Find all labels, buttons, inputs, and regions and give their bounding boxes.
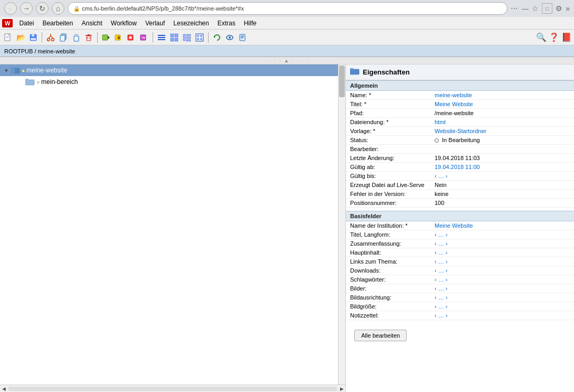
- release-btn[interactable]: [113, 32, 125, 43]
- svg-rect-59: [350, 68, 353, 70]
- scroll-right-btn[interactable]: ▶: [338, 385, 345, 393]
- alle-bearbeiten-button[interactable]: Alle bearbeiten: [354, 330, 407, 341]
- h-scroll-track: [8, 387, 337, 391]
- tree-inner: ▼ ● meine-website ○ mein-bereich: [0, 64, 338, 385]
- new-btn[interactable]: [2, 32, 14, 43]
- workflow2-btn[interactable]: W: [138, 32, 150, 43]
- delete-btn[interactable]: [83, 32, 95, 43]
- prop-row-fehler: Fehler in der Version: keine: [346, 190, 574, 199]
- svg-rect-55: [11, 67, 14, 69]
- prop-row-notizzettel: Notizzettel: ‹ … ›: [346, 311, 574, 320]
- tree-vertical-scrollbar[interactable]: [338, 64, 345, 385]
- svg-point-7: [48, 38, 50, 41]
- refresh-btn[interactable]: [211, 32, 223, 43]
- menu-workflow[interactable]: Workflow: [107, 18, 141, 28]
- cut-btn[interactable]: [45, 32, 57, 43]
- prop-row-hauptinhalt: Hauptinhalt: ‹ … ›: [346, 248, 574, 257]
- reject-btn[interactable]: [126, 32, 137, 43]
- prop-row-zusammenfassung: Zusammenfassung: ‹ … ›: [346, 239, 574, 248]
- home-button[interactable]: ⌂: [52, 2, 64, 15]
- tree-panel: ▼ ● meine-website ○ mein-bereich: [0, 64, 346, 392]
- svg-rect-49: [240, 34, 245, 41]
- prop-row-schlagwoerter: Schlagwörter: ‹ … ›: [346, 275, 574, 284]
- help-icon[interactable]: ❓: [549, 32, 559, 42]
- breadcrumb: ROOTPUB / meine-website: [0, 45, 574, 57]
- svg-rect-38: [186, 34, 191, 36]
- child-status: ○: [36, 79, 40, 85]
- prop-row-pfad: Pfad: /meine-website: [346, 109, 574, 118]
- tree-node-root[interactable]: ▼ ● meine-website: [0, 64, 338, 76]
- prop-row-downloads: Downloads: ‹ … ›: [346, 266, 574, 275]
- svg-rect-13: [60, 35, 65, 41]
- svg-line-9: [49, 36, 51, 38]
- toolbar: 📂 W: [0, 30, 574, 45]
- view-big-btn[interactable]: [194, 32, 205, 43]
- address-bar[interactable]: 🔒 cms.fu-berlin.de/default2/NPS/p/b_288c…: [68, 2, 507, 15]
- menu-lesezeichen[interactable]: Lesezeichen: [169, 18, 213, 28]
- view-list-btn[interactable]: [156, 32, 167, 43]
- svg-rect-56: [25, 80, 34, 85]
- svg-rect-36: [175, 38, 178, 41]
- back-button[interactable]: ←: [4, 2, 17, 15]
- star-icon[interactable]: ☆: [532, 4, 539, 13]
- view-grid-btn[interactable]: [168, 32, 180, 43]
- svg-rect-20: [88, 34, 90, 35]
- bookmarks-icon[interactable]: 📕: [561, 32, 572, 42]
- browser-titlebar: ← → ↻ ⌂ 🔒 cms.fu-berlin.de/default2/NPS/…: [0, 0, 574, 17]
- svg-rect-6: [31, 38, 36, 40]
- svg-rect-32: [158, 39, 165, 40]
- preview-btn[interactable]: [224, 32, 236, 43]
- svg-rect-43: [200, 35, 202, 37]
- svg-rect-40: [186, 40, 191, 41]
- prop-row-status: Status: In Bearbeitung: [346, 136, 574, 145]
- more-icon[interactable]: ⋯: [511, 4, 518, 13]
- svg-rect-3: [6, 38, 9, 38]
- account-icon[interactable]: ⚙: [556, 4, 562, 13]
- svg-rect-31: [158, 37, 165, 38]
- menu-verlauf[interactable]: Verlauf: [141, 18, 169, 28]
- open-folder-btn[interactable]: 📂: [15, 32, 26, 43]
- root-label: meine-website: [26, 67, 67, 74]
- svg-rect-5: [32, 34, 34, 36]
- svg-rect-37: [183, 34, 185, 41]
- url-text: cms.fu-berlin.de/default2/NPS/p/b_288c7/…: [82, 5, 244, 12]
- tab-icon[interactable]: □: [542, 3, 552, 14]
- scroll-left-btn[interactable]: ◀: [0, 385, 7, 393]
- menu-extras[interactable]: Extras: [213, 18, 240, 28]
- extend-icon[interactable]: »: [566, 4, 570, 13]
- menu-bearbeiten[interactable]: Bearbeiten: [38, 18, 77, 28]
- svg-text:W: W: [142, 35, 146, 40]
- svg-rect-15: [75, 34, 78, 36]
- child-label: mein-bereich: [41, 78, 78, 86]
- scroll-thumb[interactable]: [339, 66, 345, 97]
- prop-row-positionsnummer: Positionsnummer: 100: [346, 199, 574, 208]
- prop-row-letzte-aenderung: Letzte Änderung: 19.04.2018 11:03: [346, 154, 574, 163]
- reload-button[interactable]: ↻: [36, 2, 49, 15]
- prop-row-langform: Titel, Langform: ‹ … ›: [346, 230, 574, 239]
- paste-btn[interactable]: [70, 32, 82, 43]
- publish-btn[interactable]: [100, 32, 112, 43]
- props-title: Eigenschaften: [363, 68, 410, 76]
- root-status: ●: [22, 68, 25, 73]
- config-btn[interactable]: [237, 32, 248, 43]
- copy-btn[interactable]: [58, 32, 69, 43]
- prop-row-institution: Name der Institution: * Meine Website: [346, 221, 574, 230]
- search-icon[interactable]: 🔍: [536, 32, 547, 42]
- tree-toggle-root[interactable]: ▼: [2, 68, 11, 73]
- save-btn[interactable]: [27, 32, 39, 43]
- prop-row-bilder: Bilder: ‹ … ›: [346, 284, 574, 293]
- view-detail-btn[interactable]: [181, 32, 193, 43]
- tree-horizontal-scrollbar[interactable]: ◀ ▶: [0, 385, 345, 392]
- prop-row-bildausrichtung: Bildausrichtung: ‹ … ›: [346, 293, 574, 302]
- svg-rect-33: [171, 34, 174, 37]
- lock-icon: 🔒: [73, 6, 80, 12]
- shield-icon[interactable]: ⸻: [521, 4, 529, 13]
- menu-hilfe[interactable]: Hilfe: [240, 18, 261, 28]
- menu-datei[interactable]: Datei: [15, 18, 38, 28]
- svg-rect-35: [171, 38, 174, 41]
- menu-bar: W Datei Bearbeiten Ansicht Workflow Verl…: [0, 17, 574, 30]
- tree-node-child[interactable]: ○ mein-bereich: [0, 76, 338, 88]
- props-panel: Eigenschaften Allgemein Name: * meine-we…: [346, 64, 574, 392]
- forward-button[interactable]: →: [20, 2, 33, 15]
- menu-ansicht[interactable]: Ansicht: [77, 18, 106, 28]
